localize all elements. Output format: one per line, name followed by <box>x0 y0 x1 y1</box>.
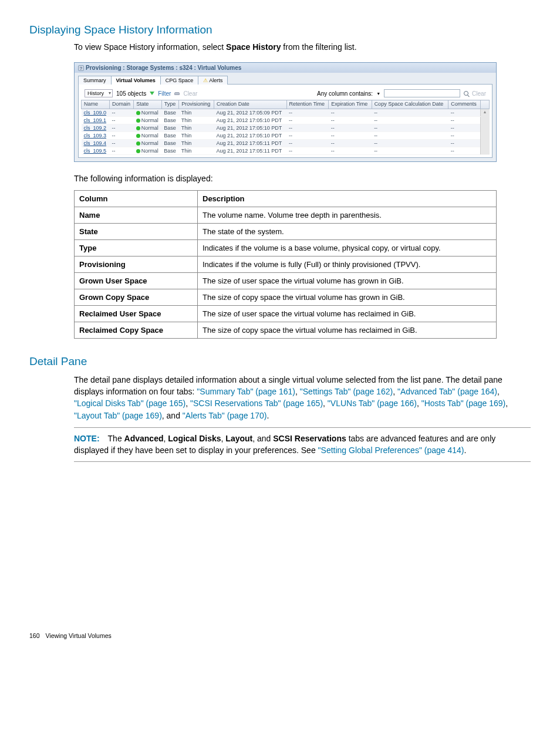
cell-exp: -- <box>329 139 372 147</box>
cell-comm: -- <box>448 109 480 116</box>
scrollbar[interactable]: ▲ <box>480 109 489 154</box>
note-b3: Layout <box>225 434 252 443</box>
volume-link[interactable]: cls_109.1 <box>84 117 107 123</box>
scrollbar-gutter <box>480 100 489 109</box>
col-domain[interactable]: Domain <box>110 100 134 109</box>
desc-col1: Reclaimed Copy Space <box>75 322 198 338</box>
cell-state: Normal <box>134 131 161 139</box>
column-contains-label: Any column contains: <box>317 90 373 97</box>
cell-name: cls_109.2 <box>82 124 110 131</box>
cell-name: cls_109.4 <box>82 139 110 147</box>
cell-created: Aug 21, 2012 17:05:10 PDT <box>214 124 286 131</box>
desc-col1: Grown Copy Space <box>75 289 198 305</box>
cell-ret: -- <box>286 124 329 131</box>
col-name[interactable]: Name <box>82 100 110 109</box>
description-table: Column Description NameThe volume name. … <box>74 190 497 339</box>
clear-filter-link[interactable]: Clear <box>183 90 197 97</box>
link-layout-tab[interactable]: "Layout Tab" (page 169) <box>74 411 162 420</box>
cell-ret: -- <box>286 116 329 124</box>
cell-exp: -- <box>329 124 372 131</box>
desc-row: TypeIndicates if the volume is a base vo… <box>75 239 497 256</box>
tab-alerts-label: Alerts <box>209 77 222 83</box>
col-type[interactable]: Type <box>161 100 178 109</box>
para1-end: , and <box>162 411 183 420</box>
status-dot-icon <box>136 119 140 123</box>
table-row[interactable]: cls_109.1--NormalBaseThinAug 21, 2012 17… <box>82 116 490 124</box>
cell-prov: Thin <box>179 139 214 147</box>
status-dot-icon <box>136 111 140 115</box>
cell-type: Base <box>161 109 178 116</box>
table-row[interactable]: cls_109.3--NormalBaseThinAug 21, 2012 17… <box>82 131 490 139</box>
cell-comm: -- <box>448 131 480 139</box>
cell-domain: -- <box>110 116 134 124</box>
volume-link[interactable]: cls_109.5 <box>84 148 107 154</box>
col-state[interactable]: State <box>134 100 161 109</box>
cell-comm: -- <box>448 124 480 131</box>
link-advanced-tab[interactable]: "Advanced Tab" (page 164) <box>397 387 497 396</box>
cell-created: Aug 21, 2012 17:05:11 PDT <box>214 139 286 147</box>
volume-link[interactable]: cls_109.4 <box>84 140 107 146</box>
volume-link[interactable]: cls_109.3 <box>84 133 107 139</box>
note-block: NOTE:The Advanced, Logical Disks, Layout… <box>74 427 531 462</box>
filter-icon <box>150 92 154 95</box>
volume-link[interactable]: cls_109.0 <box>84 110 107 116</box>
search-icon[interactable] <box>464 91 468 96</box>
page-footer: 160Viewing Virtual Volumes <box>29 632 531 639</box>
cell-name: cls_109.1 <box>82 116 110 124</box>
desc-col2: The size of user space the virtual volum… <box>198 272 497 289</box>
tab-virtual-volumes[interactable]: Virtual Volumes <box>112 76 161 85</box>
cell-type: Base <box>161 124 178 131</box>
link-hosts-tab[interactable]: "Hosts Tab" (page 169) <box>421 399 506 408</box>
col-comments[interactable]: Comments <box>448 100 480 109</box>
link-settings-tab[interactable]: "Settings Tab" (page 162) <box>300 387 393 396</box>
cell-exp: -- <box>329 131 372 139</box>
desc-col2: The size of user space the virtual volum… <box>198 305 497 322</box>
desc-header-column: Column <box>75 190 198 207</box>
cell-ret: -- <box>286 147 329 154</box>
cell-copy: -- <box>372 109 448 116</box>
tab-alerts[interactable]: ⚠Alerts <box>198 76 228 85</box>
link-setting-global-prefs[interactable]: "Setting Global Preferences" (page 414) <box>318 445 464 455</box>
col-creation-date[interactable]: Creation Date <box>214 100 286 109</box>
desc-row: Grown Copy SpaceThe size of copy space t… <box>75 289 497 305</box>
link-alerts-tab[interactable]: "Alerts Tab" (page 170) <box>183 411 267 420</box>
desc-col2: Indicates if the volume is fully (Full) … <box>198 256 497 272</box>
cell-created: Aug 21, 2012 17:05:11 PDT <box>214 147 286 154</box>
note-b1: Advanced <box>124 434 164 443</box>
intro-bold: Space History <box>226 42 281 52</box>
cell-type: Base <box>161 147 178 154</box>
cell-exp: -- <box>329 147 372 154</box>
search-input[interactable] <box>384 89 460 97</box>
cell-copy: -- <box>372 131 448 139</box>
tab-cpg-space[interactable]: CPG Space <box>161 76 199 85</box>
col-provisioning[interactable]: Provisioning <box>179 100 214 109</box>
cell-copy: -- <box>372 139 448 147</box>
cell-created: Aug 21, 2012 17:05:09 PDT <box>214 109 286 116</box>
cell-state: Normal <box>134 139 161 147</box>
table-row[interactable]: cls_109.5--NormalBaseThinAug 21, 2012 17… <box>82 147 490 154</box>
cell-ret: -- <box>286 131 329 139</box>
col-copy-space[interactable]: Copy Space Calculation Date <box>372 100 448 109</box>
table-row[interactable]: cls_109.2--NormalBaseThinAug 21, 2012 17… <box>82 124 490 131</box>
link-logical-disks-tab[interactable]: "Logical Disks Tab" (page 165) <box>74 399 185 408</box>
col-expiration[interactable]: Expiration Time <box>329 100 372 109</box>
desc-col1: Reclaimed User Space <box>75 305 198 322</box>
col-retention[interactable]: Retention Time <box>286 100 329 109</box>
tab-summary[interactable]: Summary <box>78 76 112 85</box>
filter-link[interactable]: Filter <box>158 90 171 97</box>
link-summary-tab[interactable]: "Summary Tab" (page 161) <box>197 387 295 396</box>
cell-type: Base <box>161 139 178 147</box>
clear-search-link[interactable]: Clear <box>472 90 486 97</box>
status-dot-icon <box>136 141 140 146</box>
link-vluns-tab[interactable]: "VLUNs Tab" (page 166) <box>328 399 417 408</box>
cell-prov: Thin <box>179 124 214 131</box>
table-row[interactable]: cls_109.0--NormalBaseThinAug 21, 2012 17… <box>82 109 490 116</box>
history-dropdown[interactable]: History <box>85 89 113 97</box>
cell-prov: Thin <box>179 147 214 154</box>
chevron-down-icon[interactable]: ▼ <box>376 92 380 96</box>
link-scsi-tab[interactable]: "SCSI Reservations Tab" (page 165) <box>190 399 323 408</box>
status-dot-icon <box>136 126 140 130</box>
cell-prov: Thin <box>179 116 214 124</box>
volume-link[interactable]: cls_109.2 <box>84 125 107 131</box>
table-row[interactable]: cls_109.4--NormalBaseThinAug 21, 2012 17… <box>82 139 490 147</box>
